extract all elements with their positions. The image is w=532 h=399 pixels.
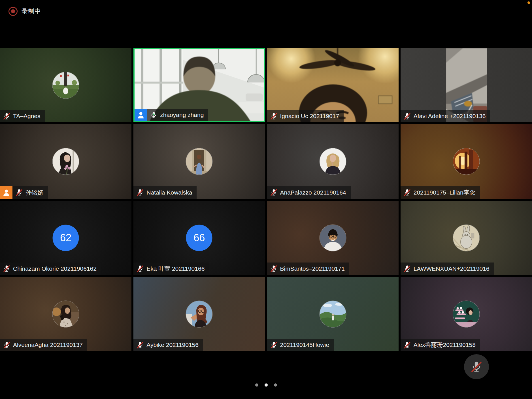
muted-mic-icon [136,341,144,349]
page-dot-active[interactable] [265,383,268,387]
participant-name: Natalia Kowalska [146,189,192,196]
name-tag: TA–Agnes [0,110,45,122]
participant-tile[interactable]: 62 Chinazam Okorie 20211906162 [0,201,131,275]
participant-name: Aybike 2021190156 [146,342,199,348]
participant-tile[interactable]: Natalia Kowalska [133,124,265,199]
name-tag: AlveenaAgha 2021190137 [0,339,87,351]
muted-mic-icon [136,265,144,272]
participant-tile[interactable]: Aybike 2021190156 [133,277,265,351]
pagination-dots [0,383,532,387]
active-mic-icon [150,111,158,119]
muted-mic-icon [470,360,483,373]
name-tag: Natalia Kowalska [133,186,197,199]
participant-tile[interactable]: AlveenaAgha 2021190137 [0,277,131,351]
participant-badge-icon [0,186,12,199]
record-dot-icon [8,7,18,16]
participant-name: Afavi Adeline +2021190136 [414,113,486,120]
participant-name: 2021190175–Lilian李念 [414,189,475,197]
participant-tile[interactable]: Afavi Adeline +2021190136 [401,48,532,122]
participant-name: Alex谷丽珊2021190158 [414,341,476,349]
avatar-number: 62 [60,232,71,244]
recording-indicator: 录制中 [8,7,41,16]
muted-mic-icon [270,341,278,349]
participant-name: Ignacio Uc 202119017 [280,113,339,120]
muted-mic-icon [15,189,23,196]
muted-mic-icon [403,112,411,120]
participant-grid: TA–Agnes [0,48,532,351]
page-dot[interactable] [255,383,258,387]
name-tag: LAWWENXUAN+202119016 [401,263,494,275]
participant-name: LAWWENXUAN+202119016 [414,265,490,272]
name-tag: zhaoyang zhang [135,109,208,121]
name-tag: 2021190145Howie [267,339,334,351]
avatar-initials: 62 [53,225,79,251]
avatar [53,148,79,175]
muted-mic-icon [270,112,278,120]
name-tag: 2021190175–Lilian李念 [401,186,480,199]
name-tag: Afavi Adeline +2021190136 [401,110,490,122]
participant-name: zhaoyang zhang [160,112,204,118]
recording-label: 录制中 [22,7,41,16]
participant-tile[interactable]: 2021190175–Lilian李念 [401,124,532,199]
participant-name: TA–Agnes [13,113,41,120]
avatar [320,225,346,251]
muted-mic-icon [270,189,278,196]
participant-tile[interactable]: 孙铭婧 [0,124,131,199]
avatar [453,148,479,175]
muted-mic-icon [3,112,10,120]
participant-tile[interactable]: zhaoyang zhang [133,48,265,122]
participant-tile[interactable]: 2021190145Howie [267,277,399,351]
avatar [186,301,212,327]
muted-mic-icon [403,189,411,196]
participant-tile[interactable]: BimSantos–2021190171 [267,201,399,275]
name-tag: AnaPalazzo 2021190164 [267,186,351,199]
participant-badge-icon [135,109,147,121]
muted-mic-icon [403,341,411,349]
participant-tile[interactable]: LAWWENXUAN+202119016 [401,201,532,275]
participant-tile[interactable]: AnaPalazzo 2021190164 [267,124,399,199]
muted-mic-icon [3,341,10,349]
participant-tile[interactable]: 66 Eka 叶萱 2021190166 [133,201,265,275]
participant-tile[interactable]: TA–Agnes [0,48,131,122]
participant-tile[interactable]: Alex谷丽珊2021190158 [401,277,532,351]
muted-mic-icon [136,189,144,196]
avatar [53,72,79,99]
name-tag: Alex谷丽珊2021190158 [401,339,480,351]
name-tag: 孙铭婧 [0,186,48,199]
page-dot[interactable] [274,383,277,387]
participant-name: AnaPalazzo 2021190164 [280,189,346,196]
avatar [186,148,212,175]
avatar-number: 66 [193,232,205,244]
participant-name: AlveenaAgha 2021190137 [13,342,83,348]
avatar [320,301,346,327]
muted-mic-icon [270,265,278,272]
muted-mic-icon [403,265,411,272]
avatar [453,301,479,327]
avatar-initials: 66 [186,225,212,251]
name-tag: BimSantos–2021190171 [267,263,349,275]
name-tag: Eka 叶萱 2021190166 [133,263,209,275]
mic-muted-button[interactable] [464,354,489,379]
participant-name: 2021190145Howie [280,342,329,348]
muted-mic-icon [3,265,10,272]
name-tag: Ignacio Uc 202119017 [267,110,344,122]
avatar [320,148,346,175]
participant-tile[interactable]: Ignacio Uc 202119017 [267,48,399,122]
participant-name: 孙铭婧 [25,189,43,197]
name-tag: Aybike 2021190156 [133,339,203,351]
name-tag: Chinazam Okorie 20211906162 [0,263,101,275]
participant-name: Chinazam Okorie 20211906162 [13,265,97,272]
avatar [453,225,479,251]
participant-name: Eka 叶萱 2021190166 [146,265,205,273]
avatar [53,301,79,327]
meeting-window: 录制中 TA–Agnes [0,0,532,399]
notification-dot-icon [527,1,530,4]
participant-name: BimSantos–2021190171 [280,265,345,272]
